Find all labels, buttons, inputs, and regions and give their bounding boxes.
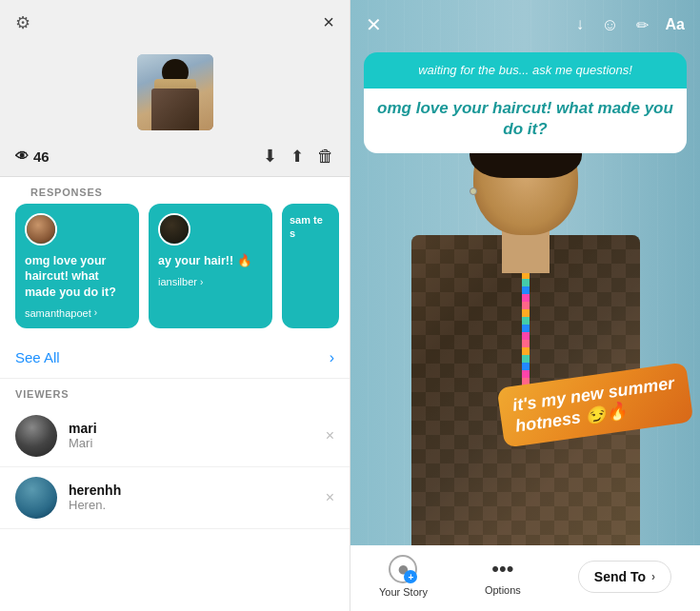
response-text-3: sam te s bbox=[290, 213, 331, 241]
eye-icon: 👁 bbox=[15, 148, 29, 164]
viewer-info-1: mari Mari bbox=[69, 421, 314, 450]
send-to-text: Send To bbox=[594, 569, 646, 584]
download-story-icon[interactable]: ↓ bbox=[576, 15, 585, 34]
viewer-name-1: Mari bbox=[69, 436, 314, 450]
text-icon[interactable]: Aa bbox=[666, 16, 685, 33]
plus-badge: + bbox=[404, 570, 417, 583]
see-all-row[interactable]: See All › bbox=[0, 338, 350, 379]
responses-scroll: omg love your haircut! what made you do … bbox=[15, 204, 350, 338]
response-avatar-1 bbox=[25, 213, 57, 246]
thumbnail-image bbox=[137, 54, 213, 130]
responses-section: RESPONSES omg love your haircut! what ma… bbox=[0, 177, 350, 338]
question-answer-box: omg love your haircut! what made you do … bbox=[364, 89, 687, 153]
viewer-avatar-img-1 bbox=[15, 415, 57, 457]
avatar-image-2 bbox=[160, 215, 189, 244]
left-header: ⚙ × bbox=[0, 0, 350, 45]
gear-icon[interactable]: ⚙ bbox=[15, 12, 30, 33]
options-action[interactable]: ••• Options bbox=[485, 557, 521, 596]
right-panel: ✕ ↓ ☺ ✏ Aa waiting for the bus... ask me… bbox=[350, 0, 700, 611]
action-icons: ⬇ ⬆ 🗑 bbox=[263, 146, 334, 167]
response-user-2: iansilber › bbox=[158, 276, 263, 287]
viewer-info-2: herenhh Heren. bbox=[69, 483, 314, 512]
chevron-right-icon-1: › bbox=[94, 307, 97, 318]
response-card-3[interactable]: sam te s bbox=[282, 204, 339, 328]
views-number: 46 bbox=[33, 148, 50, 165]
stats-row: 👁 46 ⬇ ⬆ 🗑 bbox=[0, 136, 350, 177]
sticker-face-icon[interactable]: ☺ bbox=[601, 15, 618, 35]
question-banner-text: waiting for the bus... ask me questions! bbox=[377, 62, 673, 79]
viewers-label: VIEWERS bbox=[0, 379, 350, 405]
question-answer-text: omg love your haircut! what made you do … bbox=[377, 98, 673, 140]
top-bar: ✕ ↓ ☺ ✏ Aa bbox=[350, 0, 700, 44]
options-dots-icon: ••• bbox=[491, 557, 513, 581]
send-to-button[interactable]: Send To › bbox=[578, 561, 671, 593]
responses-label: RESPONSES bbox=[15, 177, 350, 204]
share-icon[interactable]: ⬆ bbox=[290, 147, 304, 167]
draw-icon[interactable]: ✏ bbox=[636, 16, 649, 34]
viewers-list: mari Mari × herenhh Heren. × bbox=[0, 405, 350, 529]
left-panel: ⚙ × 👁 46 ⬇ ⬆ 🗑 RESPONSES bbox=[0, 0, 350, 611]
response-user-1: samanthapoet › bbox=[25, 307, 130, 319]
viewer-dismiss-2[interactable]: × bbox=[326, 489, 334, 506]
story-close-icon[interactable]: ✕ bbox=[366, 13, 382, 36]
viewer-dismiss-1[interactable]: × bbox=[326, 427, 334, 444]
send-to-chevron-icon: › bbox=[651, 570, 655, 583]
views-count: 👁 46 bbox=[15, 148, 50, 165]
see-all-chevron-icon: › bbox=[330, 349, 334, 366]
viewer-avatar-img-2 bbox=[15, 477, 57, 519]
your-story-icon: ● + bbox=[389, 555, 417, 583]
options-label: Options bbox=[485, 584, 521, 596]
response-card-2[interactable]: ay your hair!! 🔥 iansilber › bbox=[149, 204, 272, 328]
viewer-avatar-1 bbox=[15, 415, 57, 457]
question-bubble: waiting for the bus... ask me questions!… bbox=[364, 52, 687, 153]
download-icon[interactable]: ⬇ bbox=[263, 146, 277, 167]
response-card-1[interactable]: omg love your haircut! what made you do … bbox=[15, 204, 139, 328]
story-thumbnail[interactable] bbox=[137, 54, 213, 130]
chevron-right-icon-2: › bbox=[200, 277, 203, 287]
your-story-action[interactable]: ● + Your Story bbox=[379, 555, 428, 598]
see-all-text: See All bbox=[15, 349, 60, 365]
viewer-item-2: herenhh Heren. × bbox=[0, 467, 350, 529]
viewers-section: VIEWERS mari Mari × herenhh bbox=[0, 379, 350, 529]
top-right-icons: ↓ ☺ ✏ Aa bbox=[576, 15, 685, 35]
viewer-username-2: herenhh bbox=[69, 483, 314, 498]
close-icon[interactable]: × bbox=[323, 11, 334, 33]
response-text-1: omg love your haircut! what made you do … bbox=[25, 253, 130, 300]
avatar-image-1 bbox=[27, 215, 55, 244]
bottom-bar: ● + Your Story ••• Options Send To › bbox=[350, 545, 700, 611]
viewer-name-2: Heren. bbox=[69, 498, 314, 512]
your-story-label: Your Story bbox=[379, 586, 428, 598]
viewer-avatar-2 bbox=[15, 477, 57, 519]
question-banner: waiting for the bus... ask me questions! bbox=[364, 52, 687, 89]
response-text-2: ay your hair!! 🔥 bbox=[158, 253, 263, 268]
response-avatar-2 bbox=[158, 213, 190, 246]
viewer-item-1: mari Mari × bbox=[0, 405, 350, 467]
story-thumbnail-wrap bbox=[0, 45, 350, 136]
person-silhouette bbox=[392, 111, 659, 559]
viewer-username-1: mari bbox=[69, 421, 314, 436]
story-photo-area bbox=[350, 92, 700, 559]
delete-icon[interactable]: 🗑 bbox=[317, 147, 334, 167]
